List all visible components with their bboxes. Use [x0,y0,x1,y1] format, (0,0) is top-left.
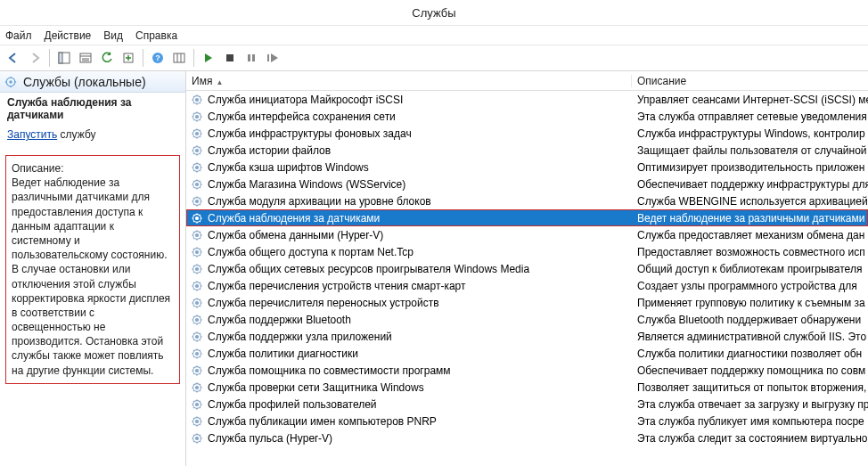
service-description: Является административной службой IIS. Э… [632,331,868,343]
service-row[interactable]: Служба перечислителя переносных устройст… [186,294,868,311]
service-row[interactable]: Служба перечисления устройств чтения сма… [186,277,868,294]
svg-point-45 [195,132,198,135]
start-service-link[interactable]: Запустить [7,128,57,141]
service-row[interactable]: Служба интерфейса сохранения сетиЭта слу… [186,108,868,125]
service-icon [190,93,204,107]
service-row[interactable]: Служба обмена данными (Hyper-V)Служба пр… [186,226,868,243]
service-name: Служба перечисления устройств чтения сма… [208,280,465,292]
service-row[interactable]: Служба публикации имен компьютеров PNRPЭ… [186,413,868,429]
service-row[interactable]: Служба общих сетевых ресурсов проигрыват… [186,260,868,277]
service-description: Обеспечивает поддержку инфраструктуры дл… [632,178,868,191]
svg-point-125 [195,267,198,270]
service-row[interactable]: Служба истории файловЗащищает файлы поль… [186,142,868,159]
service-row[interactable]: Служба проверки сети Защитника WindowsПо… [186,379,868,396]
svg-point-55 [195,149,198,151]
service-icon [190,194,204,208]
column-name[interactable]: Имя▲ [186,75,632,87]
service-row[interactable]: Служба профилей пользователейЭта служба … [186,396,868,413]
service-icon [190,296,204,310]
service-name: Служба истории файлов [208,144,331,157]
column-description[interactable]: Описание [632,75,868,87]
restart-service-button[interactable] [263,48,283,68]
service-name: Служба интерфейса сохранения сети [208,110,396,123]
service-icon [190,364,204,378]
menu-action[interactable]: Действие [45,29,92,42]
svg-point-135 [195,284,198,287]
svg-point-25 [195,98,198,101]
service-description: Служба политики диагностики позволяет об… [632,347,868,360]
service-row[interactable]: Служба модуля архивации на уровне блоков… [186,192,868,209]
svg-point-195 [195,386,198,388]
pause-service-button[interactable] [242,48,261,68]
service-row[interactable]: Служба пульса (Hyper-V)Эта служба следит… [186,429,868,446]
service-description: Служба предоставляет механизм обмена дан [632,229,868,241]
svg-point-215 [195,420,198,422]
description-label: Описание: [12,161,174,176]
svg-point-95 [195,217,198,219]
service-row[interactable]: Служба наблюдения за датчикамиВедет набл… [186,209,868,226]
service-description: Служба Bluetooth поддерживает обнаружени [632,314,868,326]
svg-point-175 [195,352,198,355]
service-description: Ведет наблюдение за различными датчиками [632,212,868,225]
service-description: Создает узлы программного устройства для [632,280,868,292]
service-description: Обеспечивает поддержку помощника по совм [632,364,868,377]
forward-button[interactable] [25,48,45,68]
service-icon [190,347,204,361]
service-name: Служба политики диагностики [208,347,358,360]
export-button[interactable] [119,48,138,68]
service-icon [190,380,204,395]
service-icon [190,211,204,225]
service-name: Служба инфраструктуры фоновых задач [208,127,412,140]
menu-file[interactable]: Файл [5,29,32,42]
service-description: Оптимизирует производительность приложен [632,161,868,174]
service-row[interactable]: Служба политики диагностикиСлужба полити… [186,345,868,362]
service-description: Эта служба следит за состоянием виртуаль… [632,432,868,445]
show-hide-tree-button[interactable] [54,48,74,68]
svg-text:?: ? [155,53,160,62]
window-title: Службы [412,6,455,20]
columns-button[interactable] [169,48,189,68]
svg-rect-14 [226,54,233,61]
service-description: Применяет групповую политику к съемным з… [632,297,868,309]
service-row[interactable]: Служба кэша шрифтов WindowsОптимизирует … [186,159,868,176]
description-text: Ведет наблюдение за различными датчиками… [12,176,174,378]
service-row[interactable]: Служба поддержки BluetoothСлужба Bluetoo… [186,311,868,328]
service-name: Служба обмена данными (Hyper-V) [208,229,383,241]
service-description: Предоставляет возможность совместного ис… [632,246,868,258]
selected-service-name: Служба наблюдения за датчиками [0,93,185,127]
help-button[interactable]: ? [148,48,168,68]
menu-view[interactable]: Вид [103,29,123,42]
service-icon [190,228,204,242]
service-description: Эта служба отправляет сетевые уведомлени… [632,110,868,123]
service-row[interactable]: Служба общего доступа к портам Net.TcpПр… [186,243,868,260]
svg-point-19 [9,80,12,84]
service-name: Служба общего доступа к портам Net.Tcp [208,246,414,258]
service-icon [190,330,204,344]
service-name: Служба кэша шрифтов Windows [208,161,369,174]
service-row[interactable]: Служба инициатора Майкрософт iSCSIУправл… [186,91,868,108]
back-button[interactable] [4,48,23,68]
menu-help[interactable]: Справка [135,29,177,42]
services-list[interactable]: Служба инициатора Майкрософт iSCSIУправл… [186,91,868,466]
service-description: Защищает файлы пользователя от случайной [632,144,868,157]
service-row[interactable]: Служба помощника по совместимости програ… [186,362,868,379]
properties-button[interactable] [76,48,95,68]
service-action: Запустить службу [0,127,185,150]
service-icon [190,143,204,158]
service-row[interactable]: Служба инфраструктуры фоновых задачСлужб… [186,125,868,142]
service-row[interactable]: Служба Магазина Windows (WSService)Обесп… [186,176,868,192]
svg-point-185 [195,369,198,372]
refresh-button[interactable] [97,48,117,68]
services-icon [4,75,18,89]
service-icon [190,262,204,276]
service-row[interactable]: Служба поддержки узла приложенийЯвляется… [186,328,868,345]
svg-point-85 [195,200,198,202]
service-name: Служба инициатора Майкрософт iSCSI [208,94,403,106]
start-service-button[interactable] [199,48,218,68]
service-description: Служба инфраструктуры Windows, контролир [632,127,868,140]
svg-point-115 [195,250,198,253]
stop-service-button[interactable] [220,48,240,68]
toolbar: ? [0,45,868,71]
sort-asc-icon: ▲ [216,78,223,86]
service-icon [190,160,204,175]
